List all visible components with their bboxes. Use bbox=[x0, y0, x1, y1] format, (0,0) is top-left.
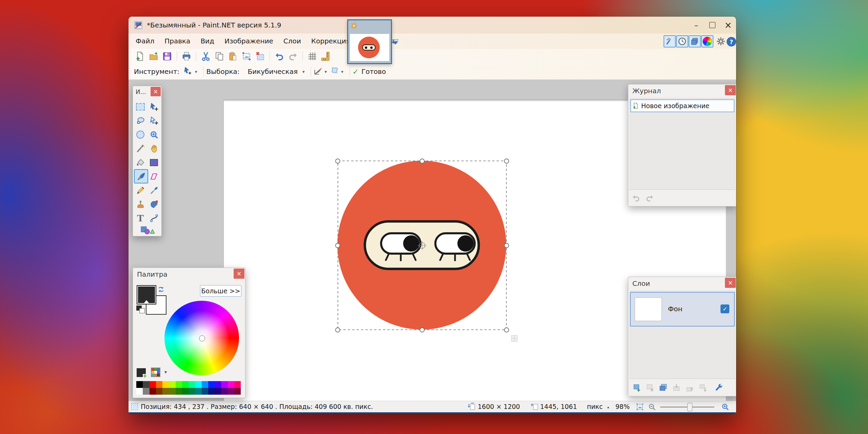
color-swatch[interactable] bbox=[176, 388, 182, 395]
resampling-caret[interactable]: ▾ bbox=[302, 69, 305, 74]
history-panel-close-button[interactable]: × bbox=[725, 85, 736, 95]
tool-color-picker[interactable] bbox=[147, 184, 160, 197]
color-swatch[interactable] bbox=[156, 388, 162, 395]
palette-presets-caret[interactable]: ▾ bbox=[164, 369, 167, 375]
color-swatch[interactable] bbox=[162, 388, 169, 395]
add-layer-icon[interactable] bbox=[632, 382, 642, 393]
tools-panel-close-button[interactable]: × bbox=[151, 87, 161, 96]
palette-panel-close-button[interactable]: × bbox=[234, 269, 244, 279]
color-swatch[interactable] bbox=[234, 388, 241, 395]
primary-color-swatch[interactable] bbox=[137, 285, 156, 304]
toggle-layers-window[interactable] bbox=[689, 35, 701, 47]
color-swatch[interactable] bbox=[182, 388, 189, 395]
color-swatch[interactable] bbox=[215, 388, 221, 395]
color-swatch[interactable] bbox=[150, 381, 156, 388]
tool-rectangle-select[interactable] bbox=[134, 100, 147, 113]
tool-gradient[interactable] bbox=[147, 156, 160, 169]
open-icon[interactable] bbox=[148, 51, 159, 62]
tool-ellipse-select[interactable] bbox=[134, 128, 147, 141]
color-swatch[interactable] bbox=[162, 381, 169, 388]
color-swatch[interactable] bbox=[143, 381, 149, 388]
redo-icon[interactable] bbox=[287, 51, 299, 62]
layer-row-background[interactable]: Фон ✓ bbox=[630, 292, 735, 327]
current-tool-icon[interactable] bbox=[183, 66, 192, 77]
color-swatch[interactable] bbox=[182, 381, 189, 388]
duplicate-layer-icon[interactable] bbox=[658, 382, 668, 393]
toggle-tools-window[interactable] bbox=[664, 35, 676, 47]
print-icon[interactable] bbox=[181, 51, 192, 62]
minimize-button[interactable]: – bbox=[688, 17, 704, 34]
units-caret[interactable]: ▴ bbox=[607, 405, 609, 409]
image-list-dropdown-button[interactable] bbox=[391, 38, 400, 46]
tool-paintbrush-selected[interactable] bbox=[134, 169, 148, 183]
palette-more-button[interactable]: Больше >> bbox=[200, 285, 241, 297]
help-button[interactable]: ? bbox=[727, 37, 736, 46]
color-swatch[interactable] bbox=[195, 388, 201, 395]
crop-icon[interactable] bbox=[241, 51, 252, 62]
color-swatch[interactable] bbox=[156, 381, 162, 388]
menu-file[interactable]: Файл bbox=[131, 34, 159, 49]
color-swatch[interactable] bbox=[189, 388, 195, 395]
color-swatch[interactable] bbox=[176, 381, 182, 388]
copy-icon[interactable] bbox=[214, 51, 225, 62]
settings-button[interactable] bbox=[716, 37, 726, 47]
tool-dropdown-caret[interactable]: ▾ bbox=[195, 69, 197, 74]
color-swatch[interactable] bbox=[189, 381, 195, 388]
tool-pan[interactable] bbox=[147, 142, 160, 155]
move-layer-up-icon[interactable] bbox=[685, 382, 695, 393]
color-swatch[interactable] bbox=[208, 388, 215, 395]
deselect-icon[interactable] bbox=[254, 51, 266, 62]
tool-eraser[interactable] bbox=[147, 170, 160, 183]
zoom-in-icon[interactable] bbox=[721, 403, 729, 412]
tool-recolor[interactable] bbox=[147, 198, 160, 211]
color-swatch[interactable] bbox=[169, 381, 175, 388]
menu-edit[interactable]: Правка bbox=[159, 34, 195, 49]
maximize-button[interactable] bbox=[704, 17, 720, 34]
layers-panel-close-button[interactable]: × bbox=[725, 278, 736, 288]
color-swatch[interactable] bbox=[228, 388, 234, 395]
toggle-colors-window[interactable] bbox=[701, 35, 713, 47]
title-bar[interactable]: *Безымянный - Paint.NET версия 5.1.9 – × bbox=[129, 17, 736, 34]
color-swatch[interactable] bbox=[215, 381, 221, 388]
new-image-icon[interactable] bbox=[134, 51, 146, 62]
mini-secondary-swatch[interactable] bbox=[139, 308, 145, 313]
units-value[interactable]: пикс bbox=[587, 403, 603, 410]
tool-lasso-select[interactable] bbox=[134, 114, 147, 127]
zoom-out-icon[interactable] bbox=[648, 403, 656, 412]
history-undo-icon[interactable] bbox=[632, 194, 640, 202]
history-redo-icon[interactable] bbox=[645, 194, 654, 202]
render-caret[interactable]: ▾ bbox=[341, 69, 343, 74]
finish-check-icon[interactable]: ✓ bbox=[353, 67, 359, 76]
paste-icon[interactable] bbox=[227, 51, 239, 62]
color-swatch[interactable] bbox=[136, 388, 143, 395]
menu-view[interactable]: Вид bbox=[195, 34, 219, 49]
resampling-value[interactable]: Бикубическая bbox=[248, 67, 297, 76]
move-layer-down-icon[interactable] bbox=[698, 382, 708, 393]
layer-properties-icon[interactable] bbox=[714, 382, 724, 393]
sampling-caret[interactable]: ▾ bbox=[324, 69, 327, 74]
ruler-icon[interactable] bbox=[320, 51, 332, 62]
tool-paint-bucket[interactable] bbox=[134, 156, 147, 169]
tool-line-curve[interactable] bbox=[147, 212, 160, 224]
zoom-slider-thumb[interactable] bbox=[687, 403, 692, 411]
color-swatch[interactable] bbox=[221, 388, 228, 395]
color-swatch[interactable] bbox=[202, 388, 208, 395]
color-swatch[interactable] bbox=[136, 381, 143, 388]
tool-text[interactable]: T bbox=[134, 212, 147, 224]
color-swatch[interactable] bbox=[221, 381, 228, 388]
undo-icon[interactable] bbox=[274, 51, 285, 62]
tool-shapes[interactable] bbox=[140, 224, 155, 237]
color-swatch[interactable] bbox=[208, 381, 215, 388]
color-swatch[interactable] bbox=[202, 381, 208, 388]
close-button[interactable]: × bbox=[720, 17, 736, 34]
save-icon[interactable] bbox=[161, 51, 173, 62]
menu-image[interactable]: Изображение bbox=[219, 34, 278, 49]
color-swatch[interactable] bbox=[169, 388, 175, 395]
merge-down-icon[interactable] bbox=[671, 382, 682, 393]
zoom-to-window-icon[interactable] bbox=[636, 403, 644, 412]
color-swatch[interactable] bbox=[195, 381, 201, 388]
toggle-history-window[interactable] bbox=[676, 35, 688, 47]
cut-icon[interactable] bbox=[200, 51, 212, 62]
sampling-mode-icon[interactable] bbox=[314, 66, 322, 77]
layer-visibility-checkbox[interactable]: ✓ bbox=[721, 304, 729, 313]
